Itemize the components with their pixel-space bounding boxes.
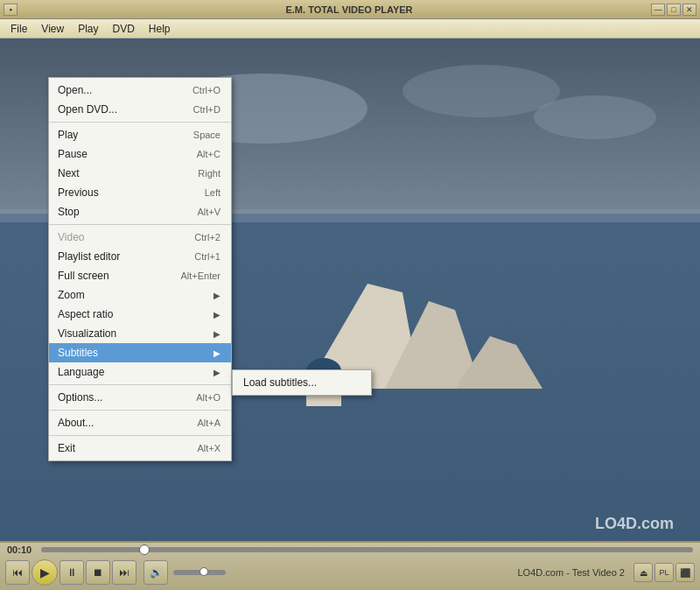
- main-dropdown-menu: Open... Ctrl+O Open DVD... Ctrl+D Play S…: [48, 77, 232, 461]
- load-subtitles[interactable]: Load subtitles...: [233, 373, 371, 392]
- maximize-button[interactable]: □: [667, 4, 681, 16]
- menu-bar: File View Play DVD Help: [0, 19, 700, 39]
- status-text: LO4D.com - Test Video 2: [518, 567, 626, 578]
- status-area: LO4D.com - Test Video 2: [228, 567, 628, 578]
- title-bar: ▪ E.M. TOTAL VIDEO PLAYER — □ ✕: [0, 0, 700, 19]
- controls-bar: 00:10 ⏮ ▶ ⏸ ⏹ ⏭ 🔊 LO4D.com - Test Video …: [0, 541, 700, 590]
- svg-point-4: [534, 95, 656, 139]
- menu-pause[interactable]: Pause Alt+C: [49, 144, 231, 164]
- close-button[interactable]: ✕: [682, 4, 696, 16]
- right-buttons: ⏏ PL ⬛: [634, 563, 695, 582]
- minimize-button[interactable]: —: [651, 4, 665, 16]
- eject-button[interactable]: ⏏: [634, 563, 653, 582]
- menu-next[interactable]: Next Right: [49, 164, 231, 183]
- menu-play[interactable]: Play: [71, 21, 105, 37]
- system-menu-button[interactable]: ▪: [4, 4, 18, 16]
- menu-language[interactable]: Language ▶: [49, 362, 231, 382]
- progress-area: 00:10: [0, 543, 700, 557]
- svg-text:LO4D.com: LO4D.com: [595, 515, 674, 532]
- menu-open[interactable]: Open... Ctrl+O: [49, 81, 231, 100]
- menu-visualization[interactable]: Visualization ▶: [49, 324, 231, 343]
- play-button[interactable]: ▶: [32, 559, 58, 586]
- repeat-button[interactable]: ⬛: [676, 563, 695, 582]
- separator-2: [49, 224, 231, 225]
- separator-5: [49, 435, 231, 436]
- menu-exit[interactable]: Exit Alt+X: [49, 439, 231, 458]
- menu-stop[interactable]: Stop Alt+V: [49, 202, 231, 221]
- menu-zoom[interactable]: Zoom ▶: [49, 285, 231, 305]
- controls-buttons: ⏮ ▶ ⏸ ⏹ ⏭ 🔊 LO4D.com - Test Video 2 ⏏ PL…: [0, 557, 700, 588]
- menu-video: Video Ctrl+2: [49, 228, 231, 247]
- window-title: E.M. TOTAL VIDEO PLAYER: [47, 4, 651, 15]
- progress-thumb[interactable]: [139, 544, 150, 555]
- menu-fullscreen[interactable]: Full screen Alt+Enter: [49, 266, 231, 285]
- volume-slider[interactable]: [173, 570, 226, 575]
- menu-file[interactable]: File: [4, 21, 34, 37]
- menu-help[interactable]: Help: [142, 21, 178, 37]
- volume-thumb[interactable]: [200, 567, 208, 576]
- stop-button[interactable]: ⏹: [86, 560, 110, 585]
- menu-options[interactable]: Options... Alt+O: [49, 388, 231, 407]
- menu-open-dvd[interactable]: Open DVD... Ctrl+D: [49, 100, 231, 119]
- volume-button[interactable]: 🔊: [144, 560, 168, 585]
- menu-dvd[interactable]: DVD: [105, 21, 141, 37]
- separator-4: [49, 410, 231, 411]
- time-display: 00:10: [7, 544, 38, 555]
- menu-previous[interactable]: Previous Left: [49, 183, 231, 202]
- prev-button[interactable]: ⏮: [5, 560, 30, 585]
- subtitles-submenu: Load subtitles...: [232, 369, 372, 396]
- svg-point-3: [402, 65, 560, 117]
- menu-subtitles[interactable]: Subtitles ▶: [49, 343, 231, 362]
- next-button[interactable]: ⏭: [112, 560, 136, 585]
- separator-1: [49, 122, 231, 123]
- progress-track[interactable]: [41, 547, 693, 552]
- menu-view[interactable]: View: [34, 21, 71, 37]
- menu-playlist[interactable]: Playlist editor Ctrl+1: [49, 247, 231, 266]
- window-controls: — □ ✕: [651, 4, 696, 16]
- pl-button[interactable]: PL: [654, 563, 674, 582]
- pause-button[interactable]: ⏸: [60, 560, 84, 585]
- video-area: LO4D.com Open... Ctrl+O Open DVD... Ctrl…: [0, 39, 700, 541]
- menu-about[interactable]: About... Alt+A: [49, 413, 231, 432]
- menu-aspect-ratio[interactable]: Aspect ratio ▶: [49, 305, 231, 324]
- menu-play-item[interactable]: Play Space: [49, 125, 231, 144]
- separator-3: [49, 384, 231, 385]
